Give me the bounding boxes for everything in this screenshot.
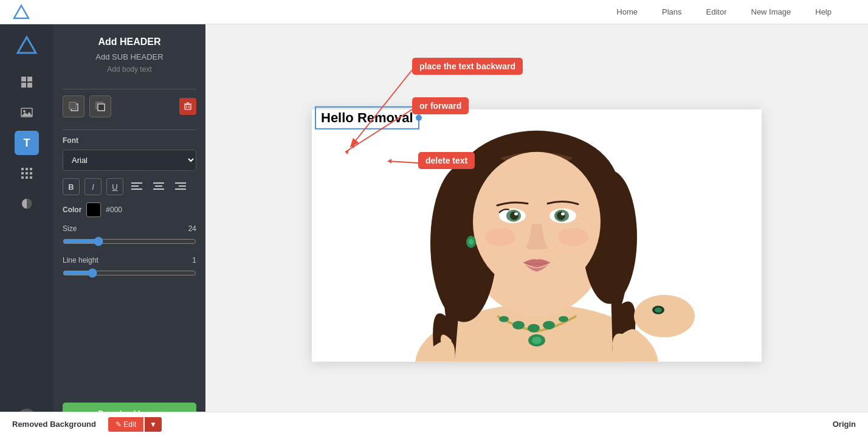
delete-text-btn[interactable] [179, 98, 196, 115]
top-nav: Home Plans Editor New Image Help [0, 0, 868, 24]
canvas-text-box[interactable]: Hello Removal [315, 106, 419, 129]
canvas-text-content: Hello Removal [321, 109, 413, 125]
svg-point-60 [485, 227, 515, 246]
line-height-slider-row: Line height 1 [63, 256, 196, 280]
svg-point-65 [499, 316, 509, 322]
layer-front-btn[interactable] [89, 95, 111, 117]
pattern-icon-btn[interactable] [15, 161, 39, 185]
align-right-btn[interactable] [172, 178, 189, 195]
svg-point-63 [528, 324, 540, 332]
svg-point-61 [558, 227, 588, 246]
nav-plans[interactable]: Plans [662, 7, 682, 16]
svg-point-68 [532, 336, 542, 344]
svg-point-71 [634, 294, 695, 337]
svg-point-73 [655, 307, 662, 312]
nav-new-image[interactable]: New Image [751, 7, 791, 16]
icon-bar: T ✕ [0, 24, 53, 436]
main-container: T ✕ [0, 24, 868, 436]
svg-rect-22 [98, 104, 105, 111]
top-nav-links: Home Plans Editor New Image Help [616, 7, 832, 16]
size-value: 24 [188, 224, 196, 233]
edit-dropdown-btn[interactable]: ▼ [145, 417, 162, 432]
bottom-bar: Removed Background ✎ Edit ▼ Origin [0, 412, 868, 436]
svg-rect-16 [26, 176, 28, 179]
text-format-row: B I U [63, 178, 196, 195]
size-slider[interactable] [63, 237, 196, 246]
svg-rect-14 [30, 172, 32, 175]
text-icon-btn[interactable]: T [15, 131, 39, 155]
svg-marker-1 [18, 37, 36, 53]
svg-rect-3 [27, 77, 32, 81]
underline-btn[interactable]: U [106, 178, 123, 195]
grid-icon-btn[interactable] [15, 70, 39, 94]
panel-header-title: Add HEADER [63, 36, 196, 47]
svg-point-66 [559, 316, 568, 322]
contrast-icon-btn[interactable] [15, 192, 39, 216]
svg-rect-13 [26, 172, 28, 175]
top-nav-logo [12, 3, 30, 21]
size-slider-row: Size 24 [63, 224, 196, 249]
layer-back-btn[interactable] [63, 95, 84, 117]
edit-btn-group: ✎ Edit ▼ [108, 417, 162, 432]
svg-point-70 [469, 238, 474, 244]
svg-rect-20 [69, 102, 76, 109]
panel-body-text: Add body text [63, 65, 196, 74]
svg-rect-2 [21, 77, 26, 81]
svg-rect-12 [21, 172, 24, 175]
canvas-inner: Hello Removal [312, 109, 762, 361]
svg-marker-8 [21, 112, 32, 116]
canvas-area: place the text backward or forward delet… [205, 24, 868, 436]
tooltip-forward: or forward [412, 97, 469, 114]
svg-rect-5 [27, 83, 32, 88]
svg-rect-4 [21, 83, 26, 88]
line-height-value: 1 [192, 256, 196, 265]
tooltip-backward: place the text backward [412, 58, 523, 75]
image-icon-btn[interactable] [15, 100, 39, 125]
italic-btn[interactable]: I [84, 178, 102, 195]
divider-2 [63, 130, 196, 130]
divider-1 [63, 89, 196, 89]
svg-rect-9 [21, 168, 24, 170]
bold-btn[interactable]: B [63, 178, 80, 195]
align-left-btn[interactable] [128, 178, 145, 195]
line-height-label: Line height [63, 256, 98, 265]
svg-rect-23 [185, 105, 191, 109]
canvas-portrait [312, 109, 762, 361]
svg-rect-15 [21, 176, 24, 179]
nav-home[interactable]: Home [616, 7, 638, 16]
text-icon: T [24, 137, 30, 150]
font-label: Font [63, 136, 196, 145]
removed-bg-label: Removed Background [12, 420, 96, 429]
line-height-slider[interactable] [63, 268, 196, 278]
svg-rect-17 [30, 176, 32, 179]
font-select[interactable]: Arial Times New Roman Helvetica Georgia … [63, 150, 196, 171]
color-hex-label: #000 [106, 206, 122, 214]
svg-marker-0 [14, 5, 29, 18]
text-resize-handle[interactable] [416, 114, 422, 120]
svg-point-59 [561, 212, 565, 215]
color-label: Color [63, 206, 81, 214]
tooltip-delete: delete text [418, 152, 475, 169]
layer-controls [63, 95, 196, 117]
color-swatch[interactable] [86, 202, 101, 217]
align-center-btn[interactable] [150, 178, 167, 195]
panel-subheader: Add SUB HEADER [63, 52, 196, 61]
nav-editor[interactable]: Editor [706, 7, 727, 16]
nav-help[interactable]: Help [815, 7, 832, 16]
edit-button[interactable]: ✎ Edit [108, 417, 143, 432]
svg-point-55 [514, 212, 518, 215]
color-row: Color #000 [63, 202, 196, 217]
origin-label: Origin [833, 420, 856, 429]
svg-rect-11 [30, 168, 32, 170]
size-label: Size [63, 224, 77, 233]
left-panel: Add HEADER Add SUB HEADER Add body text [53, 24, 205, 436]
svg-rect-10 [26, 168, 28, 170]
svg-point-7 [23, 110, 26, 112]
svg-point-62 [512, 320, 525, 329]
svg-point-64 [543, 320, 555, 329]
app-logo [15, 33, 39, 58]
